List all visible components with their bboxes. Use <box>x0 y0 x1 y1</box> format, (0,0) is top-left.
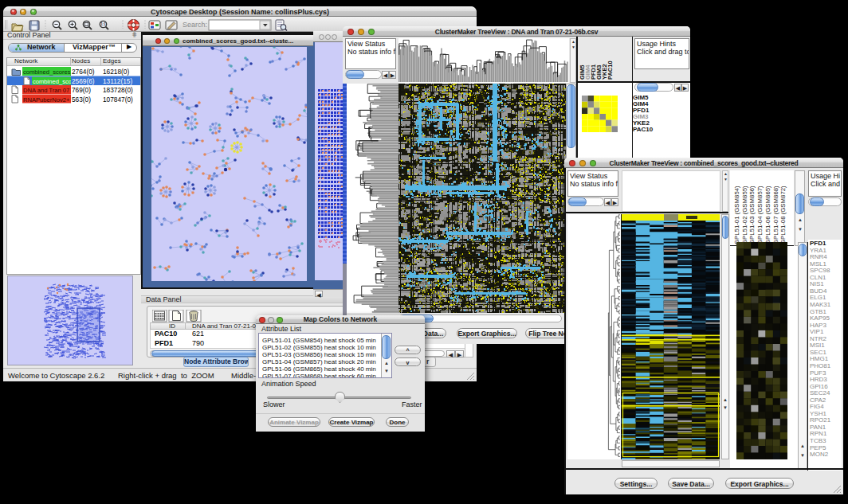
svg-text:107847(0): 107847(0) <box>103 96 133 104</box>
svg-text:16218(0): 16218(0) <box>103 68 129 76</box>
svg-text:GPL51-06 (GSM865): GPL51-06 (GSM865) <box>764 186 771 244</box>
svg-text:MON2: MON2 <box>810 451 829 458</box>
svg-text:combined_sco: combined_sco <box>33 78 72 85</box>
svg-text:2569(6): 2569(6) <box>72 77 95 85</box>
svg-text:13112(15): 13112(15) <box>103 77 132 85</box>
svg-text:Search:: Search: <box>183 21 207 29</box>
svg-text:DNA and Tran 07: DNA and Tran 07 <box>23 87 69 94</box>
svg-text:1:1: 1:1 <box>100 22 106 26</box>
svg-text:769(0): 769(0) <box>72 86 91 94</box>
svg-text:GPL51-07 (GSM868): GPL51-07 (GSM868) <box>772 186 779 244</box>
svg-text:GPL51-03 (GSM856): GPL51-03 (GSM856) <box>748 186 756 244</box>
svg-text:combined_scores_: combined_scores_ <box>23 68 75 76</box>
svg-text:563(0): 563(0) <box>72 96 91 104</box>
svg-text:GPL51-01 (GSM854): GPL51-01 (GSM854) <box>733 186 740 244</box>
svg-text:RNAPuberNov2+: RNAPuberNov2+ <box>23 96 70 104</box>
svg-text:PAC10: PAC10 <box>607 61 614 80</box>
svg-text:GPL51-02 (GSM855): GPL51-02 (GSM855) <box>741 186 748 244</box>
svg-text:GPL51-08 (GSM872): GPL51-08 (GSM872) <box>779 186 787 244</box>
svg-text:GPL51-04 (GSM857): GPL51-04 (GSM857) <box>756 186 764 244</box>
svg-text:183728(0): 183728(0) <box>103 86 133 94</box>
svg-text:2764(0): 2764(0) <box>72 68 95 76</box>
